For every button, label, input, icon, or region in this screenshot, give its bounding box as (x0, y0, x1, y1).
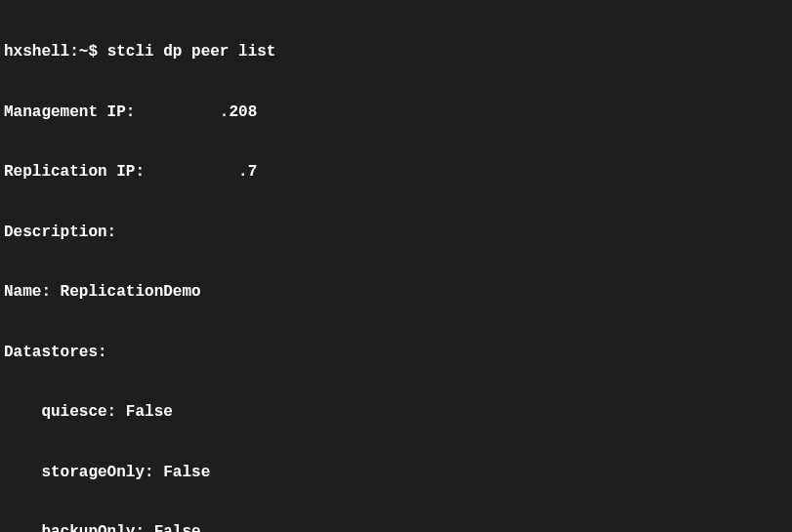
output-line: Management IP: .208 (4, 102, 788, 123)
output-line: backupOnly: False (4, 522, 788, 532)
output-line: storageOnly: False (4, 463, 788, 483)
output-line: Datastores: (4, 343, 788, 363)
command-line: hxshell:~$ stcli dp peer list (4, 42, 788, 62)
output-line: Name: ReplicationDemo (4, 282, 788, 303)
terminal-window[interactable]: hxshell:~$ stcli dp peer list Management… (0, 0, 792, 532)
output-line: Description: (4, 223, 788, 243)
output-line: Replication IP: .7 (4, 162, 788, 183)
entered-command: stcli dp peer list (107, 42, 276, 62)
shell-prompt: hxshell:~$ (4, 42, 107, 62)
output-line: quiesce: False (4, 402, 788, 423)
